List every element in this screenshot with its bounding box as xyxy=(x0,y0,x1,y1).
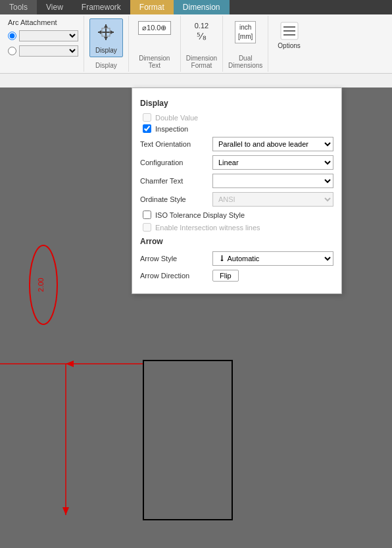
arrow-bottom xyxy=(62,507,69,515)
dimension-text-label: Dimension Text xyxy=(139,53,170,69)
arc-dropdown-1 xyxy=(8,30,78,41)
ordinate-style-label: Ordinate Style xyxy=(140,195,212,203)
configuration-row: Configuration Linear xyxy=(140,155,333,170)
tab-framework[interactable]: Framework xyxy=(72,0,130,14)
dimension-text-icon: ⌀10.0⊕ xyxy=(138,21,171,35)
svg-marker-2 xyxy=(98,30,101,34)
double-value-checkbox[interactable] xyxy=(143,113,151,122)
configuration-select[interactable]: Linear xyxy=(212,155,333,170)
arc-dropdown-2 xyxy=(8,45,78,57)
display-group: Display Display xyxy=(84,16,129,72)
iso-tolerance-row: ISO Tolerance Display Style xyxy=(140,211,333,219)
inspection-row: Inspection xyxy=(140,124,333,133)
dual-dimensions-group: inch [mm] Dual Dimensions xyxy=(223,16,268,72)
arrow-style-select[interactable]: 🠗 Automatic xyxy=(212,251,333,266)
display-button[interactable]: Display xyxy=(89,18,123,57)
dimension-format-label: Dimension Format xyxy=(186,53,217,69)
flip-button[interactable]: Flip xyxy=(212,270,239,282)
double-value-row: Double Value xyxy=(140,113,333,122)
arrow-section-title: Arrow xyxy=(140,237,333,246)
tab-tools[interactable]: Tools xyxy=(0,0,37,14)
dimension-format-icon: 0.12 ⁵⁄₈ xyxy=(195,21,208,42)
svg-marker-5 xyxy=(104,37,108,40)
arc-attachment-label: Arc Attachment xyxy=(8,18,78,26)
ribbon-content: Arc Attachment xyxy=(0,14,392,74)
inspection-checkbox[interactable] xyxy=(143,124,151,133)
arrow-direction-row: Arrow Direction Flip xyxy=(140,270,333,282)
chamfer-text-row: Chamfer Text xyxy=(140,174,333,188)
dimension-text: 2.00 xyxy=(37,278,45,291)
options-button[interactable]: Options xyxy=(274,18,304,52)
dimension-text-group: ⌀10.0⊕ Dimension Text xyxy=(129,16,181,72)
ribbon-tabs: Tools View Framework Format Dimension xyxy=(0,0,392,14)
text-orientation-row: Text Orientation Parallel to and above l… xyxy=(140,137,333,151)
arc-attachment-group: Arc Attachment xyxy=(3,16,84,72)
dimension-format-button[interactable]: 0.12 ⁵⁄₈ xyxy=(187,18,216,45)
iso-tolerance-label: ISO Tolerance Display Style xyxy=(155,211,245,219)
svg-rect-8 xyxy=(283,26,295,28)
options-icon xyxy=(280,21,299,41)
svg-marker-4 xyxy=(104,24,108,28)
tab-view[interactable]: View xyxy=(37,0,72,14)
arrow-left xyxy=(66,361,74,367)
display-panel: Display Double Value Inspection Text Ori… xyxy=(132,87,342,294)
arc-radios xyxy=(8,30,78,58)
display-icon xyxy=(95,22,116,45)
arc-radio-2[interactable] xyxy=(8,47,16,55)
double-value-label: Double Value xyxy=(155,114,198,122)
dimension-text-button[interactable]: ⌀10.0⊕ xyxy=(134,18,175,37)
svg-marker-1 xyxy=(110,30,114,34)
arrow-direction-label: Arrow Direction xyxy=(140,272,212,280)
configuration-label: Configuration xyxy=(140,159,212,166)
dual-dimensions-icon: inch [mm] xyxy=(235,21,256,43)
arc-select-2[interactable] xyxy=(19,45,78,57)
chamfer-text-select[interactable] xyxy=(212,174,333,188)
display-group-label: Display xyxy=(95,61,117,69)
arrow-style-label: Arrow Style xyxy=(140,255,212,262)
panel-title: Display xyxy=(140,99,333,108)
ordinate-style-select[interactable]: ANSI xyxy=(212,192,333,207)
ordinate-style-row: Ordinate Style ANSI xyxy=(140,192,333,207)
display-icon-svg xyxy=(95,22,116,43)
svg-rect-10 xyxy=(283,34,295,36)
arrow-style-row: Arrow Style 🠗 Automatic xyxy=(140,251,333,266)
dimension-format-group: 0.12 ⁵⁄₈ Dimension Format xyxy=(181,16,223,72)
chamfer-text-label: Chamfer Text xyxy=(140,177,212,185)
inspection-label: Inspection xyxy=(155,125,188,133)
text-orientation-label: Text Orientation xyxy=(140,140,212,148)
iso-tolerance-checkbox[interactable] xyxy=(143,211,151,219)
dual-dimensions-button[interactable]: inch [mm] xyxy=(231,18,260,46)
rect-box xyxy=(143,361,232,520)
svg-rect-9 xyxy=(283,30,295,32)
enable-intersection-row: Enable Intersection witness lines xyxy=(140,223,333,232)
tab-format[interactable]: Format xyxy=(130,0,174,14)
enable-intersection-checkbox[interactable] xyxy=(143,223,151,232)
enable-intersection-label: Enable Intersection witness lines xyxy=(155,224,260,232)
options-group: Options xyxy=(268,16,309,72)
text-orientation-select[interactable]: Parallel to and above leader xyxy=(212,137,333,151)
tab-dimension[interactable]: Dimension xyxy=(174,0,230,14)
arc-select-1[interactable] xyxy=(19,30,78,41)
display-btn-label: Display xyxy=(95,47,117,54)
arc-radio-1[interactable] xyxy=(8,32,16,40)
dual-dimensions-label: Dual Dimensions xyxy=(228,53,262,69)
options-btn-label: Options xyxy=(278,42,300,49)
